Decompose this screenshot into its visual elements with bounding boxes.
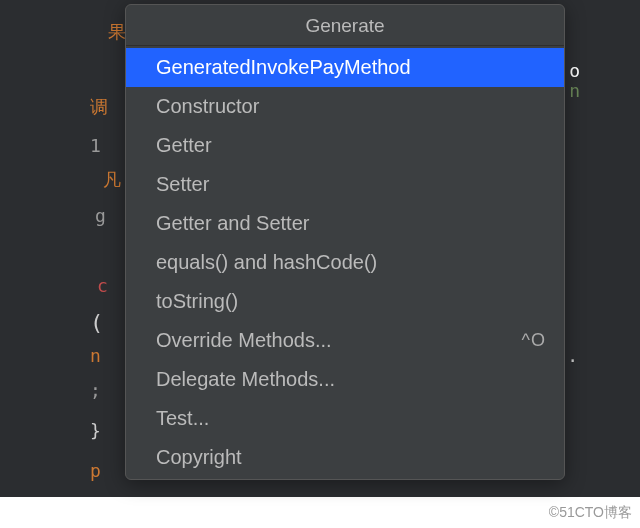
menu-item-label: toString() [156, 290, 238, 313]
code-token: 凡 [103, 168, 121, 192]
code-token: ; [90, 380, 101, 401]
popup-list: GeneratedInvokePayMethod Constructor Get… [126, 46, 564, 479]
menu-item-getter[interactable]: Getter [126, 126, 564, 165]
code-token: 调 [90, 95, 108, 119]
code-token: 果 [108, 20, 126, 44]
generate-popup: Generate GeneratedInvokePayMethod Constr… [125, 4, 565, 480]
code-token: } [90, 420, 101, 441]
menu-item-override-methods[interactable]: Override Methods... ^O [126, 321, 564, 360]
code-token: ( [90, 310, 103, 335]
menu-item-setter[interactable]: Setter [126, 165, 564, 204]
popup-title: Generate [126, 5, 564, 46]
code-token: n [90, 345, 101, 366]
menu-item-copyright[interactable]: Copyright [126, 438, 564, 477]
menu-item-shortcut: ^O [522, 330, 546, 351]
code-token: 1 [90, 135, 101, 156]
menu-item-equals-hashcode[interactable]: equals() and hashCode() [126, 243, 564, 282]
menu-item-label: GeneratedInvokePayMethod [156, 56, 411, 79]
menu-item-tostring[interactable]: toString() [126, 282, 564, 321]
menu-item-label: Copyright [156, 446, 242, 469]
watermark: ©51CTO博客 [549, 504, 632, 522]
menu-item-label: Setter [156, 173, 209, 196]
menu-item-generated-invoke-pay-method[interactable]: GeneratedInvokePayMethod [126, 48, 564, 87]
menu-item-test[interactable]: Test... [126, 399, 564, 438]
code-token: . [567, 345, 578, 366]
menu-item-label: Delegate Methods... [156, 368, 335, 391]
code-token: n [569, 80, 580, 101]
code-token: g [95, 205, 106, 226]
menu-item-constructor[interactable]: Constructor [126, 87, 564, 126]
code-token: o [569, 60, 580, 81]
code-token: c [97, 275, 108, 296]
menu-item-getter-and-setter[interactable]: Getter and Setter [126, 204, 564, 243]
code-token: p [90, 460, 101, 481]
menu-item-label: Getter and Setter [156, 212, 309, 235]
menu-item-label: equals() and hashCode() [156, 251, 377, 274]
menu-item-label: Test... [156, 407, 209, 430]
menu-item-delegate-methods[interactable]: Delegate Methods... [126, 360, 564, 399]
menu-item-label: Constructor [156, 95, 259, 118]
menu-item-label: Getter [156, 134, 212, 157]
menu-item-label: Override Methods... [156, 329, 332, 352]
